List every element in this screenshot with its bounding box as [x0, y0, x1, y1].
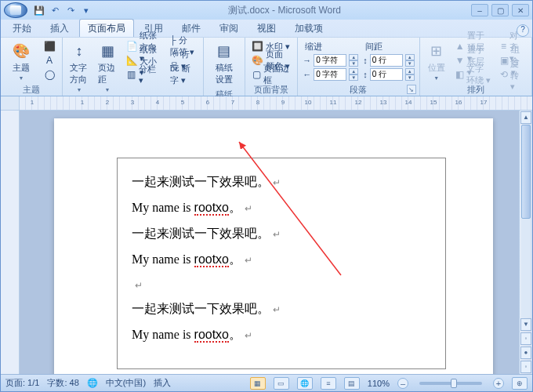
zoom-out-button[interactable]: –: [397, 378, 408, 389]
tab-addins[interactable]: 加载项: [286, 19, 332, 37]
group-paragraph: 缩进 →▲▼ ←▲▼ 间距 ↕▲▼ ↕▲▼ 段落↘: [298, 38, 420, 96]
space-after-spin[interactable]: ↕▲▼: [363, 67, 415, 82]
indent-left-input[interactable]: [314, 54, 346, 67]
qat-more-icon[interactable]: ▾: [79, 3, 93, 17]
maximize-button[interactable]: ▢: [491, 4, 509, 16]
watermark-icon: 🔲: [252, 41, 263, 52]
minimize-button[interactable]: –: [471, 4, 488, 16]
doc-line[interactable]: My name is rootxo。↵: [132, 200, 431, 216]
document-viewport[interactable]: 一起来测试一下效果吧。↵My name is rootxo。↵一起来测试一下效果…: [20, 111, 519, 374]
indent-left-spin[interactable]: →▲▼: [303, 53, 358, 67]
doc-line[interactable]: ↵: [132, 278, 431, 292]
view-web-button[interactable]: 🌐: [297, 377, 313, 390]
theme-colors-button[interactable]: ⬛: [42, 39, 57, 53]
scroll-thumb[interactable]: [521, 125, 531, 219]
zoom-level[interactable]: 110%: [368, 379, 390, 388]
next-page-button[interactable]: ◦: [520, 361, 531, 373]
page-border-button[interactable]: ▢页面边框: [250, 67, 292, 82]
zoom-knob[interactable]: [451, 379, 457, 388]
indent-header: 缩进: [303, 39, 358, 53]
ribbon-tabs: 开始 插入 页面布局 引用 邮件 审阅 视图 加载项 ?: [1, 20, 532, 37]
margins-icon: ▦: [98, 42, 117, 60]
space-before-spin[interactable]: ↕▲▼: [363, 53, 415, 67]
group-arrange: ⊞ 位置▼ ▲置于顶层 ▾ ▼置于底层 ▾ ◧文字环绕 ▾ ≡对齐 ▾ ▣组合 …: [420, 38, 532, 96]
spacing-header: 间距: [363, 39, 415, 53]
columns-button[interactable]: ▥分栏 ▾: [124, 67, 163, 82]
tab-home[interactable]: 开始: [4, 19, 40, 37]
browse-object-button[interactable]: ●: [520, 347, 531, 359]
office-button[interactable]: [4, 2, 27, 18]
horizontal-ruler[interactable]: 11234567891011121314151617: [1, 96, 532, 111]
theme-effects-button[interactable]: ◯: [42, 67, 57, 82]
size-icon: 📐: [126, 55, 137, 66]
ribbon: 开始 插入 页面布局 引用 邮件 审阅 视图 加载项 ? 🎨 主题 ▼ ⬛: [1, 20, 532, 96]
view-outline-button[interactable]: ≡: [321, 377, 336, 390]
margins-button[interactable]: ▦ 页边距▼: [96, 39, 119, 95]
doc-line[interactable]: 一起来测试一下效果吧。↵: [132, 226, 431, 242]
view-fullscreen-button[interactable]: ▭: [274, 377, 289, 390]
status-words[interactable]: 字数: 48: [47, 377, 78, 389]
chevron-down-icon: ▼: [19, 75, 24, 81]
undo-icon[interactable]: ↶: [48, 3, 62, 17]
doc-line[interactable]: 一起来测试一下效果吧。↵: [132, 174, 431, 191]
scroll-track[interactable]: [521, 125, 531, 318]
position-button: ⊞ 位置▼: [425, 39, 448, 83]
page-border-icon: ▢: [252, 69, 261, 80]
quick-access-toolbar: 💾 ↶ ↷ ▾: [32, 3, 93, 17]
ruler-scale: 11234567891011121314151617: [20, 96, 532, 110]
status-lang[interactable]: 中文(中国): [106, 377, 146, 389]
page[interactable]: 一起来测试一下效果吧。↵My name is rootxo。↵一起来测试一下效果…: [54, 118, 493, 374]
themes-icon: 🎨: [12, 42, 31, 60]
text-direction-icon: ↕: [70, 42, 89, 60]
space-after-input[interactable]: [370, 68, 403, 81]
zoom-fit-button[interactable]: ⊕: [512, 377, 528, 390]
orientation-icon: 📄: [126, 41, 137, 52]
status-lang-icon[interactable]: 🌐: [87, 378, 98, 388]
theme-fonts-button[interactable]: A: [42, 53, 57, 67]
zoom-slider[interactable]: [419, 382, 482, 385]
doc-line[interactable]: My name is rootxo。↵: [132, 327, 431, 343]
tab-review[interactable]: 审阅: [211, 19, 247, 37]
tab-page-layout[interactable]: 页面布局: [79, 19, 134, 37]
scroll-down-button[interactable]: ▼: [520, 318, 531, 331]
status-mode[interactable]: 插入: [154, 377, 171, 389]
window-title: 测试.docx - Microsoft Word: [98, 4, 471, 17]
page-body[interactable]: 一起来测试一下效果吧。↵My name is rootxo。↵一起来测试一下效果…: [117, 158, 446, 369]
tab-view[interactable]: 视图: [248, 19, 285, 37]
group-paper: ▤ 稿纸 设置 稿纸: [204, 38, 245, 96]
scroll-up-button[interactable]: ▲: [520, 111, 531, 124]
doc-line[interactable]: My name is rootxo。↵: [132, 252, 431, 268]
indent-right-input[interactable]: [314, 68, 346, 81]
view-draft-button[interactable]: ▤: [344, 377, 360, 390]
status-page[interactable]: 页面: 1/1: [5, 377, 39, 389]
hyphenation-button[interactable]: bє 断字 ▾: [168, 67, 198, 82]
statusbar: 页面: 1/1 字数: 48 🌐 中文(中国) 插入 ▦ ▭ 🌐 ≡ ▤ 110…: [1, 374, 532, 391]
text-direction-button[interactable]: ↕ 文字方向▼: [67, 39, 91, 95]
vertical-ruler[interactable]: [1, 111, 20, 374]
vertical-scrollbar[interactable]: ▲ ▼ ◦ ● ◦: [519, 111, 532, 374]
paper-settings-button[interactable]: ▤ 稿纸 设置: [208, 39, 240, 88]
prev-page-button[interactable]: ◦: [520, 332, 531, 345]
position-icon: ⊞: [427, 42, 446, 60]
themes-button[interactable]: 🎨 主题 ▼: [5, 39, 37, 83]
ruler-corner[interactable]: [1, 96, 20, 110]
page-color-icon: 🎨: [252, 55, 263, 66]
columns-icon: ▥: [126, 69, 136, 80]
tab-insert[interactable]: 插入: [42, 19, 78, 37]
text-wrap-button: ◧文字环绕 ▾: [453, 67, 494, 82]
themes-label: 主题: [13, 62, 30, 74]
indent-right-spin[interactable]: ←▲▼: [303, 67, 358, 82]
paper-icon: ▤: [215, 42, 234, 60]
view-print-layout-button[interactable]: ▦: [250, 377, 266, 390]
group-themes: 🎨 主题 ▼ ⬛ A ◯ 主题: [1, 38, 63, 96]
close-button[interactable]: ✕: [512, 4, 529, 16]
redo-icon[interactable]: ↷: [63, 3, 78, 17]
paragraph-launcher[interactable]: ↘: [407, 85, 416, 94]
space-before-input[interactable]: [370, 54, 403, 67]
group-page-background: 🔲水印 ▾ 🎨页面颜色 ▾ ▢页面边框 页面背景: [245, 38, 298, 96]
save-icon[interactable]: 💾: [32, 3, 46, 17]
group-page-setup: ↕ 文字方向▼ ▦ 页边距▼ 📄纸张方向 ▾ 📐纸张大小 ▾ ▥分栏 ▾ ├ 分…: [63, 38, 204, 96]
doc-line[interactable]: 一起来测试一下效果吧。↵: [132, 301, 431, 318]
rotate-button: ⟲旋转 ▾: [498, 67, 527, 82]
zoom-in-button[interactable]: +: [493, 378, 504, 389]
